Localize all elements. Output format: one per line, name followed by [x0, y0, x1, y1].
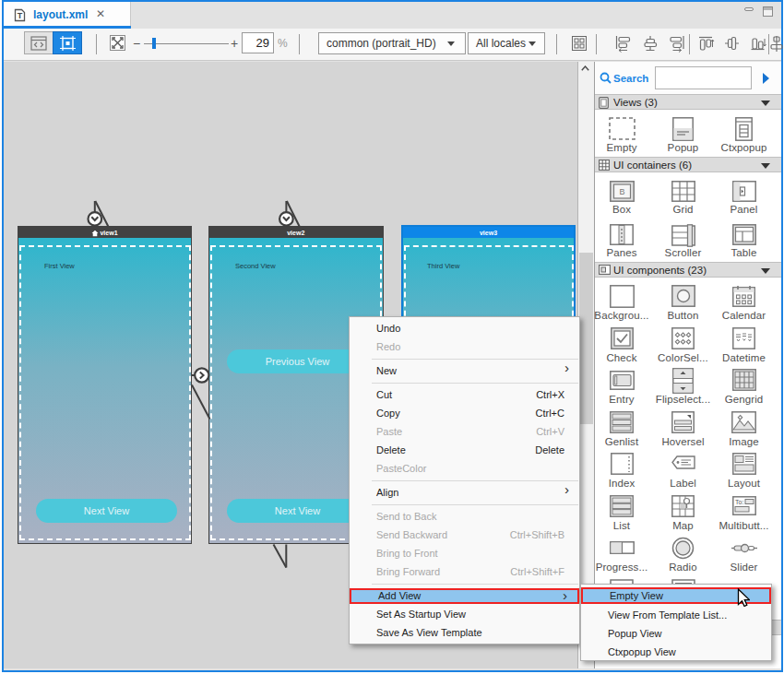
svg-text:B: B	[619, 187, 624, 196]
svg-text:To:: To:	[735, 499, 743, 505]
